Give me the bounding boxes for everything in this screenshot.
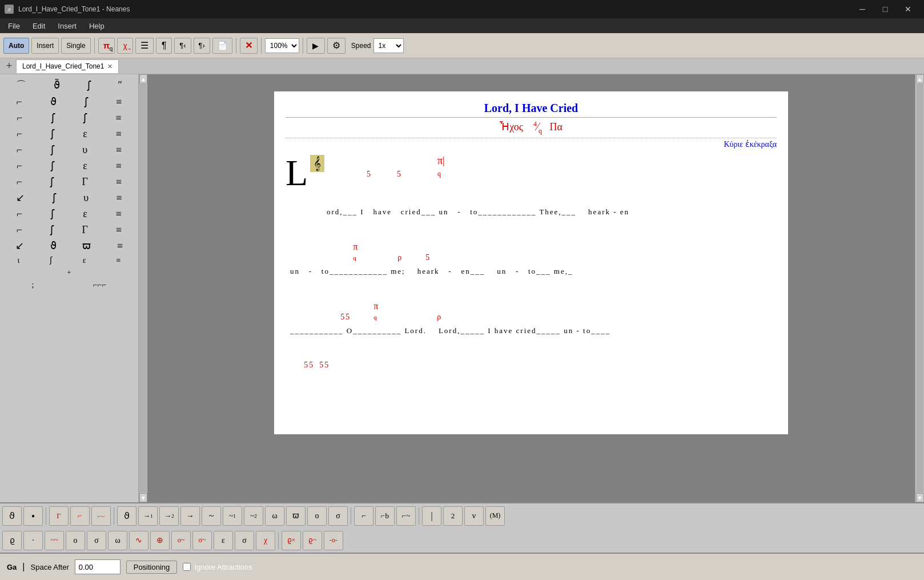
dot-btn[interactable]: ·	[23, 531, 43, 550]
cross-btn[interactable]: ⊕	[150, 531, 170, 550]
symbol-row: ⌐ʃε≡	[2, 158, 136, 174]
om-btn[interactable]: ω	[108, 531, 127, 550]
indent-right-button[interactable]: ¶›	[194, 38, 210, 54]
toolbar: Auto Insert Single π q χ ~ ☰ ¶ ¶‹ ¶› 📄 ✕…	[0, 33, 924, 58]
symbol-row: ⌐ʃε≡	[2, 206, 136, 222]
play-button[interactable]: ▶	[307, 38, 325, 54]
space-after-input[interactable]	[75, 559, 120, 574]
maximize-button[interactable]: □	[874, 0, 897, 18]
minimize-button[interactable]: ─	[851, 0, 874, 18]
new-tab-button[interactable]: +	[2, 59, 16, 73]
spiral-btn[interactable]: ω	[265, 506, 284, 526]
ison-btn[interactable]: ϑ	[2, 506, 22, 526]
sigma-btn[interactable]: σ	[328, 506, 348, 526]
window-controls: ─ □ ✕	[851, 0, 919, 18]
close-button[interactable]: ✕	[897, 0, 919, 18]
chi-button[interactable]: χ ~	[117, 38, 133, 54]
o-btn[interactable]: ο	[66, 531, 85, 550]
indent-button[interactable]: ¶‹	[174, 38, 191, 54]
subtitle-text: Ἦχος 4⁄q Πα	[500, 121, 563, 133]
symbol-row: ιʃε≡	[2, 254, 136, 267]
sig-btn[interactable]: σ	[87, 531, 106, 550]
speed-select[interactable]: 1x 2x 0.5x	[373, 38, 404, 53]
tab-lord-cried[interactable]: Lord_I_Have_Cried_Tone1 ✕	[16, 59, 119, 73]
mode-auto-button[interactable]: Auto	[3, 38, 29, 54]
sig2-btn[interactable]: σ	[235, 531, 254, 550]
settings-button[interactable]: ⚙	[327, 38, 346, 54]
rho-x-btn[interactable]: ϱ×	[282, 531, 301, 550]
circle-btn[interactable]: ο	[307, 506, 327, 526]
bar-btn[interactable]: |	[422, 506, 441, 526]
neumes-row-2: ≡ϑ ∿∿ω ⌒∿ϑ πq ——∿∿ ρ ω∿ϑ 5 ≡≡≡∫ω ∫)ω∿ϑ —…	[286, 221, 777, 267]
arrow-btn-2[interactable]: →2	[159, 506, 179, 526]
palette-sep-5	[278, 532, 279, 549]
scroll-thumb[interactable]	[917, 84, 923, 493]
lyrics-line-3: ___________ O__________ Lord. Lord,_____…	[286, 326, 777, 340]
right-scrollbar[interactable]: ▲ ▼	[915, 74, 924, 502]
content-area[interactable]: Lord, I Have Cried Ἦχος 4⁄q Πα Κύριε ἐκέ…	[147, 74, 915, 502]
left-scroll-down[interactable]: ▼	[139, 493, 147, 502]
chi-pal-btn[interactable]: χ	[256, 531, 275, 550]
ga-btn-3[interactable]: ⌐~	[91, 506, 111, 526]
space-after-label: Space After	[31, 563, 69, 571]
v-btn[interactable]: ν	[464, 506, 484, 526]
align-left-button[interactable]: ☰	[135, 38, 154, 54]
wave-btn[interactable]: ~	[202, 506, 221, 526]
mode-single-button[interactable]: Single	[61, 38, 90, 54]
ga-btn-2[interactable]: ⌐	[70, 506, 90, 526]
menu-file[interactable]: File	[2, 21, 26, 31]
ignore-attractions-checkbox[interactable]	[183, 563, 191, 571]
score-subtitle: Ἦχος 4⁄q Πα	[286, 118, 777, 138]
symbol-row: ⌐ϑʃ≡	[2, 94, 136, 110]
sig-tilde-btn[interactable]: σ~	[192, 531, 212, 550]
symbol-row: ⌒ϑ͂ʃ″	[2, 77, 136, 94]
x-button[interactable]: ✕	[240, 38, 258, 54]
oligon-btn[interactable]: ●	[23, 506, 43, 526]
bottom-palette: ϑ ● Γ ⌐ ⌐~ ϑ →1 →2 → ~ ~1 ~2 ω ϖ ο σ ⌐ ⌐…	[0, 502, 924, 553]
palette-row-1: ϑ ● Γ ⌐ ⌐~ ϑ →1 →2 → ~ ~1 ~2 ω ϖ ο σ ⌐ ⌐…	[0, 503, 924, 528]
right-angle-btn[interactable]: ⌐	[354, 506, 373, 526]
spiral-2-btn[interactable]: ϖ	[286, 506, 306, 526]
right-angle-b-btn[interactable]: ⌐b	[375, 506, 395, 526]
bar-2-btn[interactable]: 2	[443, 506, 463, 526]
scroll-up-arrow[interactable]: ▲	[916, 74, 924, 83]
menu-help[interactable]: Help	[83, 21, 110, 31]
scroll-down-arrow[interactable]: ▼	[916, 493, 924, 502]
wave-btn-2[interactable]: ~2	[244, 506, 263, 526]
menu-edit[interactable]: Edit	[27, 21, 51, 31]
pi-button[interactable]: π q	[98, 38, 115, 54]
m-btn[interactable]: (Μ)	[485, 506, 505, 526]
rho-o-btn[interactable]: -ο-	[324, 531, 343, 550]
symbol-row: ⌐ʃε≡	[2, 126, 136, 142]
symbol-row: ⌐ʃʃ≡	[2, 110, 136, 126]
close-tab-icon[interactable]: ✕	[107, 63, 113, 70]
zoom-select[interactable]: 100% 75% 125% 150%	[265, 38, 299, 53]
palette-sep-2	[114, 507, 114, 525]
left-scroll-up[interactable]: ▲	[139, 74, 147, 83]
apostrophos-btn[interactable]: ϑ	[117, 506, 136, 526]
page-button[interactable]: 📄	[212, 38, 232, 54]
ga-btn-1[interactable]: Γ	[49, 506, 69, 526]
left-symbol-panel: ⌒ϑ͂ʃ″ ⌐ϑʃ≡ ⌐ʃʃ≡ ⌐ʃε≡ ⌐ʃυ≡ ⌐ʃε≡ ⌐	[0, 74, 139, 502]
tilde-btn[interactable]: ∿	[129, 531, 148, 550]
mode-insert-button[interactable]: Insert	[31, 38, 59, 54]
o-tilde-btn[interactable]: ο~	[171, 531, 191, 550]
score-page: Lord, I Have Cried Ἦχος 4⁄q Πα Κύριε ἐκέ…	[274, 91, 788, 434]
window-title: Lord_I_Have_Cried_Tone1 - Neanes	[18, 5, 846, 13]
symbol-row: ↙ʃυ≡	[2, 190, 136, 206]
tab-bar: + Lord_I_Have_Cried_Tone1 ✕	[0, 58, 924, 74]
double-wave-btn[interactable]: ~~	[45, 531, 64, 550]
toolbar-separator-4	[303, 38, 303, 54]
rho-btn[interactable]: ϱ	[2, 531, 22, 550]
rho-tilde-btn[interactable]: ϱ~	[303, 531, 322, 550]
positioning-button[interactable]: Positioning	[126, 561, 178, 574]
eps-btn[interactable]: ε	[214, 531, 233, 550]
symbol-row: ↙ϑϖ≡	[2, 238, 136, 254]
arrow-btn-1[interactable]: →1	[138, 506, 158, 526]
menu-insert[interactable]: Insert	[52, 21, 82, 31]
tilt-btn[interactable]: →	[180, 506, 200, 526]
right-angle-w-btn[interactable]: ⌐~	[396, 506, 416, 526]
para-button[interactable]: ¶	[156, 38, 172, 54]
score-kyrie: Κύριε ἐκέκραξα	[286, 138, 777, 150]
wave-btn-1[interactable]: ~1	[223, 506, 242, 526]
